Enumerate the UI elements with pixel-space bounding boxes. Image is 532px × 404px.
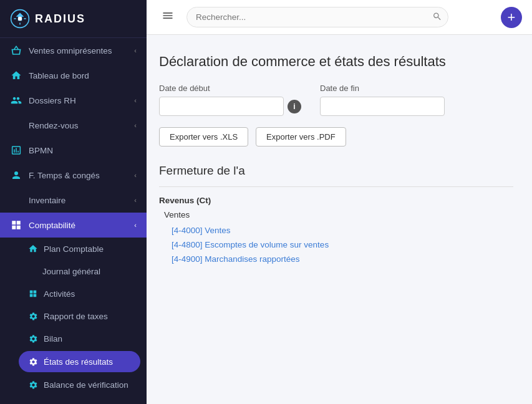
account-icon	[10, 169, 22, 181]
sidebar-item-bpmn[interactable]: BPMN	[0, 138, 147, 163]
date-debut-label: Date de début	[159, 84, 301, 93]
right-panel: + Déclaration de commerce et états des r…	[147, 0, 532, 404]
journal-spacer	[27, 266, 37, 277]
logo-icon	[10, 9, 30, 29]
sidebar-subitem-plan[interactable]: Plan Comptable	[0, 238, 147, 260]
sidebar-subitem-activites[interactable]: Activités	[0, 282, 147, 305]
sidebar-item-inventaire-text: Inventaire	[29, 196, 65, 205]
sidebar-item-dossiers[interactable]: Dossiers RH ‹	[0, 88, 147, 113]
logo-text: RADIUS	[35, 12, 85, 26]
add-button[interactable]: +	[501, 7, 522, 28]
sidebar-item-inventaire[interactable]: Comptabilité Inventaire ‹	[0, 188, 147, 213]
search-input[interactable]	[186, 7, 448, 27]
chart-icon	[10, 144, 22, 156]
sidebar-subitem-balance[interactable]: Balance de vérification	[0, 373, 147, 396]
logo-area: RADIUS	[0, 0, 147, 38]
chevron-icon-compta: ‹	[134, 221, 137, 229]
topbar: +	[147, 0, 532, 35]
export-pdf-button[interactable]: Exporter vers .PDF	[256, 127, 346, 147]
date-debut-wrap: i	[159, 97, 301, 116]
sidebar-item-comptabilite-text: Comptabilité	[29, 221, 75, 230]
date-fin-label: Date de fin	[320, 84, 445, 93]
section-title: Fermeture de l'a	[159, 164, 513, 178]
sidebar-subitem-balance-label: Balance de vérification	[44, 380, 128, 390]
people-icon	[10, 94, 22, 107]
sidebar-item-bpmn-label: BPMN	[29, 146, 53, 155]
chevron-icon: ‹	[134, 47, 137, 54]
export-row: Exporter vers .XLS Exporter vers .PDF	[159, 127, 513, 147]
sidebar-subitem-journal[interactable]: Journal général	[0, 260, 147, 282]
group-revenus-label: Revenus (Ct)	[159, 196, 513, 205]
gear-etats-icon	[27, 356, 39, 367]
subgroup-ventes-label: Ventes	[159, 210, 513, 219]
sidebar-subitem-plan-label: Plan Comptable	[44, 244, 104, 254]
chevron-icon-rdv: ‹	[134, 122, 137, 129]
basket-icon	[10, 44, 22, 57]
date-row: Date de début i Date de fin	[159, 84, 513, 116]
sidebar-item-ftc[interactable]: Inventaire F. Temps & congés ‹	[0, 163, 147, 188]
search-wrapper	[186, 7, 448, 27]
account-link-0[interactable]: [4-4000] Ventes	[159, 223, 513, 238]
chevron-icon-inv: ‹	[134, 196, 137, 204]
sidebar-subitem-rapport-label: Rapport de taxes	[44, 312, 108, 321]
main-content: Déclaration de commerce et états des rés…	[147, 35, 532, 404]
date-info-icon[interactable]: i	[288, 100, 301, 113]
sidebar-subitem-journal-label: Journal général	[42, 267, 100, 276]
chevron-icon-ftc: ‹	[134, 171, 137, 179]
sidebar: RADIUS Ventes omniprésentes ‹ Tableau de…	[0, 0, 147, 404]
gear-bilan-icon	[27, 333, 39, 344]
grid-small-icon	[27, 288, 39, 299]
date-fin-group: Date de fin	[320, 84, 445, 116]
inventaire-spacer	[10, 194, 22, 206]
sidebar-subitem-activites-label: Activités	[44, 289, 75, 299]
home-sub-icon	[27, 243, 39, 254]
page-title: Déclaration de commerce et états des rés…	[159, 54, 513, 70]
sidebar-item-comptabilite[interactable]: Comptabilité Comptabilité ‹	[0, 213, 147, 238]
date-debut-group: Date de début i	[159, 84, 301, 116]
divider-1	[159, 186, 513, 187]
sidebar-subitem-bilan-label: Bilan	[44, 334, 62, 344]
hamburger-button[interactable]	[157, 7, 179, 27]
date-fin-input[interactable]	[320, 97, 445, 116]
sidebar-item-tableau-label: Tableau de bord	[29, 71, 89, 80]
sidebar-item-dossiers-label: Dossiers RH	[29, 96, 76, 105]
sidebar-item-ventes-label: Ventes omniprésentes	[29, 46, 112, 55]
sidebar-subitem-etats-label: États des résultats	[44, 357, 113, 367]
gear-rapport-icon	[27, 310, 39, 322]
account-link-2[interactable]: [4-4900] Marchandises rapportées	[159, 252, 513, 266]
search-button[interactable]	[432, 11, 442, 23]
sidebar-item-tableau[interactable]: Tableau de bord	[0, 63, 147, 88]
gear-balance-icon	[27, 379, 39, 390]
sidebar-subitem-bilan[interactable]: Bilan	[0, 327, 147, 350]
sidebar-item-ventes[interactable]: Ventes omniprésentes ‹	[0, 38, 147, 63]
date-debut-input[interactable]	[159, 97, 284, 116]
sidebar-item-rendezvous[interactable]: Rendez-vous ‹	[0, 113, 147, 138]
sidebar-item-ftc-text: F. Temps & congés	[29, 171, 100, 180]
spacer-icon	[10, 119, 22, 132]
sidebar-subitem-rapport[interactable]: Rapport de taxes	[0, 305, 147, 327]
svg-point-2	[18, 17, 22, 21]
grid-icon	[10, 219, 22, 231]
date-fin-wrap	[320, 97, 445, 116]
sidebar-subitem-etats[interactable]: États des résultats	[19, 351, 140, 372]
home-icon	[10, 69, 22, 82]
account-link-1[interactable]: [4-4800] Escomptes de volume sur ventes	[159, 238, 513, 252]
export-xls-button[interactable]: Exporter vers .XLS	[159, 127, 248, 147]
sidebar-item-rendezvous-label: Rendez-vous	[29, 121, 79, 130]
chevron-icon-dossiers: ‹	[134, 97, 137, 104]
